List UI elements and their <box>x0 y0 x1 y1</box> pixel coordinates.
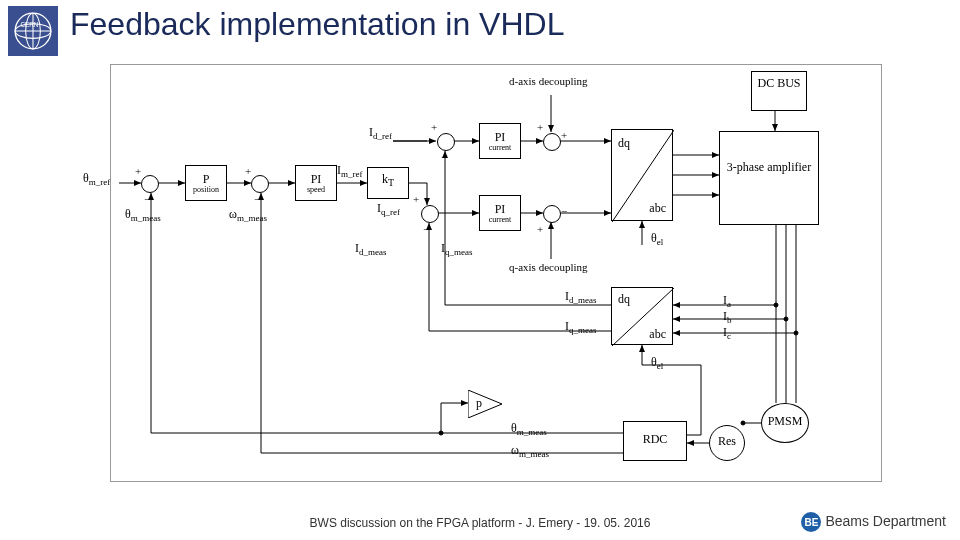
sum-d-decoupling <box>543 133 561 151</box>
label-theta-m-meas-out: θm_meas <box>511 421 547 437</box>
block-resolver: Res <box>709 425 745 461</box>
svg-point-35 <box>741 421 745 425</box>
label-q-decoupling: q-axis decoupling <box>509 261 588 273</box>
label-theta-el-bot: θel <box>651 355 663 371</box>
block-p-position: P position <box>185 165 227 201</box>
label-theta-m-meas: θm_meas <box>125 207 161 223</box>
be-badge-icon: BE <box>801 512 821 532</box>
block-diagram: + − + − + − + − + + + − P position PI sp… <box>110 64 882 482</box>
cern-logo: CERN <box>8 6 58 56</box>
block-pmsm: PMSM <box>761 403 809 443</box>
cern-globe-icon: CERN <box>12 10 54 52</box>
sum-iq-ref-merge <box>421 205 439 223</box>
label-ia: Ia <box>723 293 731 309</box>
label-iq-meas-out: Iq_meas <box>565 319 597 335</box>
label-omega-m-meas-out: ωm_meas <box>511 443 549 459</box>
label-d-decoupling: d-axis decoupling <box>509 75 588 87</box>
p-sub: position <box>186 185 226 194</box>
block-pi-current-d: PI current <box>479 123 521 159</box>
label-iq-meas-fb: Iq_meas <box>441 241 473 257</box>
sum-id <box>437 133 455 151</box>
block-abc-to-dq: dq abc <box>611 287 673 345</box>
label-ic: Ic <box>723 325 731 341</box>
p-label: P <box>186 166 226 187</box>
label-id-ref: Id_ref <box>369 125 392 141</box>
block-dq-to-abc: dq abc <box>611 129 673 221</box>
sum-position <box>141 175 159 193</box>
label-im-ref: Im_ref <box>337 163 363 179</box>
block-dc-bus: DC BUS <box>751 71 807 111</box>
triangle-gain-icon <box>468 390 502 418</box>
sum-speed <box>251 175 269 193</box>
sum-q-decoupling <box>543 205 561 223</box>
page-title: Feedback implementation in VHDL <box>70 6 564 43</box>
block-pi-current-q: PI current <box>479 195 521 231</box>
footer-right-label: Beams Department <box>825 513 946 529</box>
label-omega-m-meas: ωm_meas <box>229 207 267 223</box>
label-ib: Ib <box>723 309 732 325</box>
footer-department: BEBeams Department <box>801 512 946 532</box>
block-kt: kT <box>367 167 409 199</box>
label-iq-ref: Iq_ref <box>377 201 400 217</box>
label-theta-m-ref: θm_ref <box>83 171 110 187</box>
svg-marker-42 <box>468 390 502 418</box>
label-id-meas-fb: Id_meas <box>355 241 387 257</box>
svg-text:CERN: CERN <box>20 21 38 28</box>
block-rdc: RDC <box>623 421 687 461</box>
label-id-meas-out: Id_meas <box>565 289 597 305</box>
block-pi-speed: PI speed <box>295 165 337 201</box>
label-theta-el-top: θel <box>651 231 663 247</box>
block-amplifier: 3-phase amplifier <box>719 131 819 225</box>
